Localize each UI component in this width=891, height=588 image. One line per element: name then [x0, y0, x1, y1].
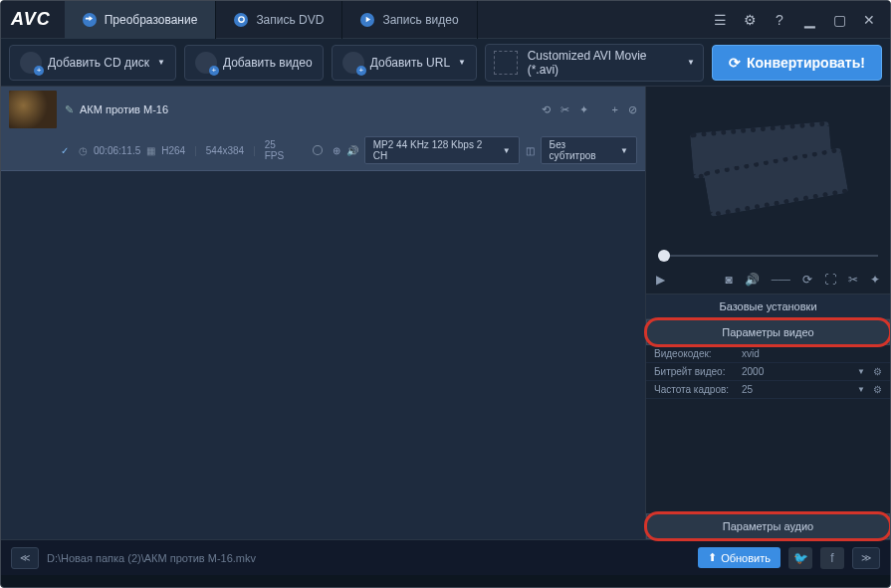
toolbar: Добавить CD диск ▼ Добавить видео Добави…: [1, 39, 890, 87]
setting-bitrate: Битрейт видео: 2000 ▼ ⚙: [646, 363, 890, 381]
clock-icon: ◷: [79, 145, 88, 156]
thumbnail: [9, 91, 57, 128]
subtitle-icon: ◫: [526, 145, 535, 156]
format-selector[interactable]: Customized AVI Movie (*.avi) ▼: [485, 44, 704, 82]
file-item[interactable]: ✎ АКМ против М-16 ⟲ ✂ ✦ + ⊘ ✓ ◷ 00:06:11…: [1, 87, 645, 171]
fullscreen-icon[interactable]: ⛶: [824, 273, 836, 287]
maximize-icon[interactable]: ▢: [828, 9, 850, 31]
gear-icon[interactable]: ⚙: [739, 9, 761, 31]
help-icon[interactable]: ?: [769, 9, 790, 31]
refresh-icon[interactable]: ⟲: [542, 103, 551, 116]
globe-icon[interactable]: ⊕: [333, 145, 340, 156]
sound-icon: 🔊: [346, 145, 358, 156]
play-icon[interactable]: ▶: [656, 273, 665, 287]
tab-dvd[interactable]: Запись DVD: [216, 1, 342, 39]
codec: H264: [161, 145, 185, 156]
audio-params-header[interactable]: Параметры аудио: [646, 513, 890, 539]
cd-icon: [20, 52, 42, 74]
chevron-down-icon[interactable]: ▼: [857, 385, 865, 394]
filmstrip-icon: [687, 106, 848, 226]
camera-icon[interactable]: ◙: [726, 273, 733, 287]
minimize-icon[interactable]: ▁: [798, 9, 820, 31]
effects-icon[interactable]: ✦: [579, 103, 588, 116]
list-icon[interactable]: ☰: [709, 9, 731, 31]
remove-icon[interactable]: ⊘: [628, 103, 637, 116]
effects-icon[interactable]: ✦: [870, 273, 880, 287]
statusbar: ≪ D:\Новая папка (2)\АКМ против М-16.mkv…: [1, 539, 890, 575]
setting-codec: Видеокодек: xvid: [646, 345, 890, 363]
gear-icon[interactable]: ⚙: [873, 384, 882, 395]
app-logo: AVC: [11, 9, 51, 30]
close-icon[interactable]: ✕: [858, 9, 880, 31]
file-list: ✎ АКМ против М-16 ⟲ ✂ ✦ + ⊘ ✓ ◷ 00:06:11…: [1, 87, 645, 539]
file-path: D:\Новая папка (2)\АКМ против М-16.mkv: [47, 552, 690, 564]
preview-area: [646, 87, 890, 246]
setting-framerate: Частота кадров: 25 ▼ ⚙: [646, 381, 890, 399]
gear-icon[interactable]: ⚙: [873, 366, 882, 377]
chevron-down-icon: ▼: [620, 146, 628, 155]
chevron-down-icon: ▼: [157, 58, 165, 67]
facebook-icon[interactable]: f: [820, 547, 844, 569]
up-arrow-icon: ⬆: [708, 551, 717, 564]
add-icon[interactable]: +: [612, 103, 618, 115]
resolution: 544x384: [206, 145, 244, 156]
settings-panel: Базовые установки Параметры видео Видеок…: [646, 294, 890, 539]
format-icon: [494, 51, 518, 75]
tab-record[interactable]: Запись видео: [342, 1, 477, 39]
twitter-icon[interactable]: 🐦: [788, 547, 812, 569]
convert-button[interactable]: ⟳ Конвертировать!: [712, 45, 882, 81]
dvd-icon: [234, 13, 248, 27]
rotate-icon[interactable]: ⟳: [802, 273, 812, 287]
tab-convert[interactable]: Преобразование: [65, 1, 217, 39]
chevron-down-icon[interactable]: ▼: [857, 367, 865, 376]
film-icon: ▦: [146, 145, 155, 156]
duration: 00:06:11.5: [94, 145, 140, 156]
basic-settings-header[interactable]: Базовые установки: [646, 294, 890, 319]
fps: 25 FPS: [265, 139, 297, 161]
volume-icon[interactable]: 🔊: [745, 273, 760, 287]
seek-slider[interactable]: [646, 246, 890, 266]
titlebar: AVC Преобразование Запись DVD Запись вид…: [1, 1, 890, 39]
update-button[interactable]: ⬆ Обновить: [698, 547, 780, 568]
check-icon[interactable]: ✓: [61, 145, 69, 156]
url-icon: [342, 52, 364, 74]
record-icon: [360, 13, 374, 27]
cut-icon[interactable]: ✂: [560, 103, 569, 116]
file-title: АКМ против М-16: [80, 103, 168, 115]
edit-icon[interactable]: ✎: [65, 103, 74, 116]
subtitle-selector[interactable]: Без субтитров ▼: [541, 136, 637, 164]
video-params-header[interactable]: Параметры видео: [646, 319, 890, 345]
audio-selector[interactable]: MP2 44 KHz 128 Kbps 2 CH ▼: [364, 136, 520, 164]
chevron-down-icon: ▼: [687, 58, 695, 67]
chevron-down-icon: ▼: [458, 58, 466, 67]
add-url-button[interactable]: Добавить URL ▼: [332, 45, 477, 81]
refresh-icon: ⟳: [729, 55, 741, 71]
convert-icon: [83, 13, 97, 27]
cut-icon[interactable]: ✂: [848, 273, 858, 287]
svg-point-0: [239, 17, 244, 22]
chevron-down-icon: ▼: [503, 146, 511, 155]
side-panel: ▶ ◙ 🔊 ─── ⟳ ⛶ ✂ ✦ Базовые установки Пара…: [645, 87, 890, 539]
video-icon: [195, 52, 217, 74]
add-cd-button[interactable]: Добавить CD диск ▼: [9, 45, 176, 81]
prev-button[interactable]: ≪: [11, 547, 39, 569]
add-video-button[interactable]: Добавить видео: [184, 45, 324, 81]
radio-icon[interactable]: [313, 145, 323, 155]
next-button[interactable]: ≫: [852, 547, 880, 569]
